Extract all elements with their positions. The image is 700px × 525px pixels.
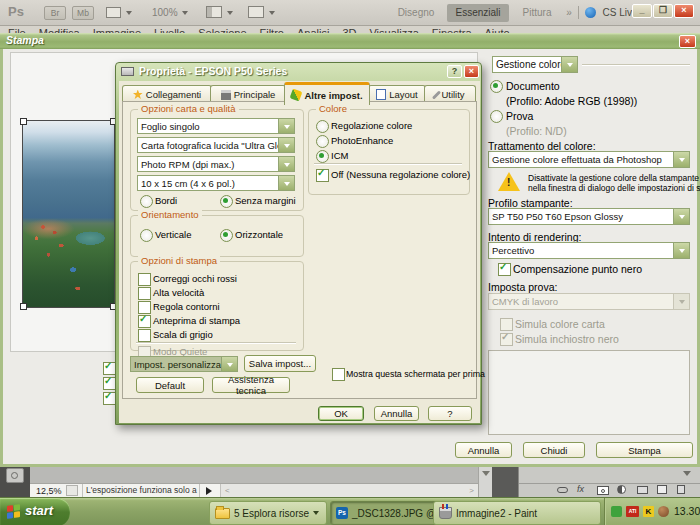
default-button[interactable]: Default [136,377,204,393]
alta-velocita-checkbox[interactable] [138,287,151,300]
layer-style-fx-icon[interactable]: fx [577,484,584,494]
tray-ati-icon[interactable]: ATI [626,506,639,517]
tray-app-icon[interactable] [658,506,669,517]
link-layers-icon[interactable] [557,487,568,493]
workspace-disegno[interactable]: Disegno [390,4,442,22]
mini-bridge-button[interactable]: Mb [72,6,94,20]
menu-modifica[interactable]: Modifica [39,26,80,33]
adjustment-layer-icon[interactable] [617,485,626,494]
menu-aiuto[interactable]: Aiuto [485,26,510,33]
menu-analisi[interactable]: Analisi [297,26,329,33]
resize-handle-top-left[interactable] [20,118,27,125]
anteprima-stampa-checkbox[interactable] [138,315,151,328]
menu-3d[interactable]: 3D [342,26,356,33]
status-icon[interactable] [66,485,78,496]
quality-dropdown-icon[interactable] [278,157,294,171]
menu-file[interactable]: File [8,26,26,33]
extras-icon[interactable] [248,6,264,18]
compensazione-checkbox[interactable] [498,263,511,276]
arrange-documents-icon[interactable] [106,7,121,18]
resize-handle-bottom-left[interactable] [20,303,27,310]
paper-size-select[interactable]: 10 x 15 cm (4 x 6 pol.) [137,175,295,191]
print-window-close-icon[interactable]: × [679,35,696,48]
epson-ok-button[interactable]: OK [318,406,364,421]
trattamento-select[interactable]: Gestione colore effettuata da Photoshop [488,151,690,168]
layer-group-icon[interactable] [637,486,648,494]
paper-size-dropdown-icon[interactable] [278,176,294,190]
minimize-button[interactable]: _ [632,4,652,18]
zoom-level-value[interactable]: 100% [152,7,178,18]
print-preview-image[interactable] [22,120,115,308]
regolazione-colore-radio[interactable] [316,120,329,133]
profilo-stampante-select[interactable]: SP T50 P50 T60 Epson Glossy [488,208,690,225]
app-close-button[interactable]: × [674,4,694,18]
task-dsc1328[interactable]: Ps _DSC1328.JPG @ 12,... [330,501,439,525]
epson-annulla-button[interactable]: Annulla [374,406,419,421]
menu-filtro[interactable]: Filtro [260,26,284,33]
panel-scroll-down-icon[interactable] [683,471,691,480]
photoenhance-radio[interactable] [316,135,329,148]
start-button[interactable]: start [0,498,70,525]
tab-altre-impost[interactable]: Altre impost. [284,82,370,105]
trattamento-dropdown-icon[interactable] [673,152,689,167]
bridge-button[interactable]: Br [44,6,66,20]
paper-source-select[interactable]: Foglio singolo [137,118,295,134]
verticale-radio[interactable] [140,229,153,242]
quick-mask-tool-icon[interactable] [6,468,24,483]
menu-finestra[interactable]: Finestra [432,26,472,33]
status-flyout-icon[interactable] [206,487,216,495]
prova-radio[interactable] [490,110,503,123]
intento-select[interactable]: Percettivo [488,242,690,259]
menu-livello[interactable]: Livello [154,26,185,33]
extras-dropdown-icon[interactable] [269,11,275,18]
documento-radio[interactable] [490,80,503,93]
scala-grigio-checkbox[interactable] [138,329,151,342]
epson-help-icon[interactable]: ? [447,65,462,78]
quality-select[interactable]: Photo RPM (dpi max.) [137,156,295,172]
orizzontale-radio[interactable] [220,229,233,242]
layer-mask-icon[interactable] [597,486,609,495]
task-esplora-risorse[interactable]: 5 Esplora risorse [209,501,327,525]
impost-dropdown-icon[interactable] [221,357,237,371]
workspace-pittura[interactable]: Pittura [514,4,560,22]
media-type-select[interactable]: Carta fotografica lucida "Ultra Glossy" [137,137,295,153]
icm-off-checkbox[interactable] [316,169,329,182]
paper-source-dropdown-icon[interactable] [278,119,294,133]
new-layer-icon[interactable] [657,485,667,494]
menu-immagine[interactable]: Immagine [93,26,141,33]
menu-selezione[interactable]: Selezione [198,26,246,33]
zoom-percent-value[interactable]: 12,5% [36,486,62,496]
salva-impost-button[interactable]: Salva impost... [244,355,316,372]
print-annulla-button[interactable]: Annulla [455,442,512,458]
epson-help-button[interactable]: ? [428,406,472,421]
epson-close-icon[interactable]: × [464,65,479,78]
senza-margini-radio[interactable] [220,195,233,208]
workspace-more[interactable]: » [562,4,576,22]
restore-button[interactable]: ❐ [653,4,673,18]
media-type-dropdown-icon[interactable] [278,138,294,152]
vertical-scrollbar[interactable] [478,467,492,497]
assistenza-tecnica-button[interactable]: Assistenza tecnica [212,377,290,393]
delete-layer-icon[interactable] [677,485,685,494]
print-chiudi-button[interactable]: Chiudi [523,442,585,458]
workspace-essenziali[interactable]: Essenziali [447,4,509,22]
impost-personalizzate-select[interactable]: Impost. personalizzate [130,356,238,372]
profilo-dropdown-icon[interactable] [673,209,689,224]
screen-mode-dropdown-icon[interactable] [227,11,233,18]
print-stampa-button[interactable]: Stampa [596,442,693,458]
bordi-radio[interactable] [140,195,153,208]
icm-radio[interactable] [316,150,329,163]
panel-section-select[interactable]: Gestione colore [492,56,578,73]
intento-dropdown-icon[interactable] [673,243,689,258]
screen-mode-icon[interactable] [206,6,222,18]
correggi-occhi-rossi-checkbox[interactable] [138,273,151,286]
tray-green-utility-icon[interactable] [611,506,622,517]
panel-section-dropdown-icon[interactable] [561,57,577,72]
zoom-dropdown-icon[interactable] [182,11,188,18]
arrange-documents-dropdown-icon[interactable] [126,11,132,18]
menu-visualizza[interactable]: Visualizza [369,26,418,33]
tray-k-icon[interactable]: K [643,506,654,517]
mostra-schermata-checkbox[interactable] [332,368,345,381]
horizontal-scrollbar[interactable]: <> [220,484,478,498]
task-paint[interactable]: Immagine2 - Paint [433,501,601,525]
